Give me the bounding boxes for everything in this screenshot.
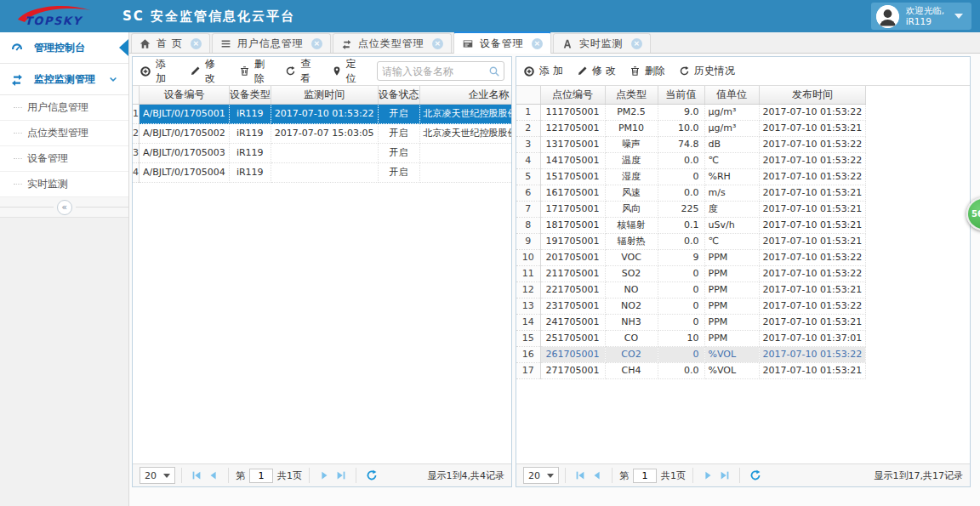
- table-row[interactable]: 1111705001PM2.59.0μg/m³2017-07-10 01:53:…: [516, 104, 866, 120]
- table-cell[interactable]: A/BJLT/0/1705001: [140, 104, 230, 123]
- table-row[interactable]: 4A/BJLT/0/1705004iR119开启: [133, 162, 511, 182]
- column-header[interactable]: 设备状态: [378, 86, 419, 104]
- table-cell[interactable]: 2017-07-10 01:53:22: [759, 104, 866, 120]
- sidebar-item-point-type[interactable]: 点位类型管理: [0, 121, 128, 146]
- table-cell[interactable]: ℃: [704, 233, 759, 249]
- table-cell[interactable]: [419, 162, 511, 182]
- search-icon[interactable]: [488, 65, 500, 77]
- table-cell[interactable]: 9.0: [658, 104, 704, 120]
- view-button[interactable]: 查看: [285, 57, 317, 86]
- table-cell[interactable]: 0.0: [658, 233, 704, 249]
- table-cell[interactable]: 2017-07-10 01:53:21: [759, 281, 866, 298]
- table-cell[interactable]: 核辐射: [605, 217, 658, 233]
- table-cell[interactable]: NO: [605, 281, 658, 298]
- tab-realtime[interactable]: 实时监测 ×: [553, 33, 651, 53]
- tab-close-icon[interactable]: ×: [631, 38, 642, 49]
- column-header[interactable]: 企业名称: [419, 86, 511, 104]
- table-cell[interactable]: 2017-07-10 01:53:22: [759, 152, 866, 168]
- table-cell[interactable]: 0.1: [658, 217, 704, 233]
- page-number-input[interactable]: [249, 469, 273, 483]
- sidebar-section-monitoring[interactable]: 监控监测管理: [0, 64, 128, 95]
- add-button[interactable]: 添 加: [523, 64, 563, 78]
- table-row[interactable]: 5151705001湿度0%RH2017-07-10 01:53:22: [516, 168, 866, 185]
- table-cell[interactable]: [419, 143, 511, 162]
- column-header[interactable]: 当前值: [658, 86, 704, 104]
- table-row[interactable]: 1A/BJLT/0/1705001iR1192017-07-10 01:53:2…: [133, 104, 511, 123]
- table-cell[interactable]: 111705001: [540, 104, 605, 120]
- table-row[interactable]: 17271705001CH40.0%VOL2017-07-10 01:53:21: [516, 362, 866, 378]
- tab-home[interactable]: 首 页 ×: [131, 33, 210, 53]
- table-cell[interactable]: 161705001: [540, 185, 605, 201]
- sidebar-item-realtime[interactable]: 实时监测: [0, 172, 128, 197]
- table-row[interactable]: 16261705001CO20%VOL2017-07-10 01:53:22: [516, 346, 866, 362]
- table-cell[interactable]: 251705001: [540, 330, 605, 346]
- table-cell[interactable]: 0: [658, 298, 704, 314]
- table-cell[interactable]: 2017-07-10 01:53:21: [759, 362, 866, 378]
- tab-close-icon[interactable]: ×: [191, 38, 202, 49]
- next-page-button[interactable]: [702, 469, 714, 481]
- table-cell[interactable]: 湿度: [605, 168, 658, 185]
- column-header[interactable]: 设备编号: [140, 86, 230, 104]
- table-cell[interactable]: 风向: [605, 201, 658, 217]
- table-cell[interactable]: PPM: [704, 281, 759, 298]
- table-cell[interactable]: NO2: [605, 298, 658, 314]
- table-cell[interactable]: 2017-07-07 15:03:05: [271, 123, 378, 143]
- table-cell[interactable]: 2017-07-10 01:53:22: [759, 249, 866, 265]
- table-cell[interactable]: 2017-07-10 01:53:21: [759, 120, 866, 136]
- table-cell[interactable]: 2017-07-10 01:53:21: [759, 217, 866, 233]
- sidebar-item-user-info[interactable]: 用户信息管理: [0, 95, 128, 121]
- table-cell[interactable]: 74.8: [658, 136, 704, 152]
- table-cell[interactable]: 噪声: [605, 136, 658, 152]
- table-row[interactable]: 3A/BJLT/0/1705003iR119开启: [133, 143, 511, 162]
- table-cell[interactable]: 231705001: [540, 298, 605, 314]
- add-button[interactable]: 添 加: [140, 57, 176, 86]
- column-header[interactable]: 值单位: [704, 86, 759, 104]
- table-cell[interactable]: 171705001: [540, 201, 605, 217]
- table-cell[interactable]: %VOL: [704, 362, 759, 378]
- table-cell[interactable]: μg/m³: [704, 120, 759, 136]
- table-cell[interactable]: 辐射热: [605, 233, 658, 249]
- table-cell[interactable]: m/s: [704, 185, 759, 201]
- table-row[interactable]: 2121705001PM1010.0μg/m³2017-07-10 01:53:…: [516, 120, 866, 136]
- table-cell[interactable]: 191705001: [540, 233, 605, 249]
- column-header[interactable]: 发布时间: [759, 86, 866, 104]
- table-cell[interactable]: 2017-07-10 01:53:22: [759, 265, 866, 281]
- delete-button[interactable]: 删除: [630, 64, 665, 78]
- table-cell[interactable]: A/BJLT/0/1705003: [140, 143, 230, 162]
- table-row[interactable]: 9191705001辐射热0.0℃2017-07-10 01:53:21: [516, 233, 866, 249]
- table-cell[interactable]: 2017-07-10 01:53:21: [759, 201, 866, 217]
- table-cell[interactable]: 2017-07-10 01:53:22: [759, 136, 866, 152]
- table-cell[interactable]: dB: [704, 136, 759, 152]
- table-cell[interactable]: NH3: [605, 314, 658, 330]
- table-cell[interactable]: 2017-07-10 01:53:21: [759, 233, 866, 249]
- tab-close-icon[interactable]: ×: [532, 38, 543, 49]
- table-row[interactable]: 4141705001温度0.0℃2017-07-10 01:53:22: [516, 152, 866, 168]
- user-menu[interactable]: 欢迎光临, iR119: [871, 3, 971, 30]
- table-row[interactable]: 15251705001CO10PPM2017-07-10 01:37:01: [516, 330, 866, 346]
- table-cell[interactable]: 2017-07-10 01:53:21: [759, 314, 866, 330]
- table-row[interactable]: 8181705001核辐射0.1uSv/h2017-07-10 01:53:21: [516, 217, 866, 233]
- page-number-input[interactable]: [633, 469, 657, 483]
- sidebar-section-console[interactable]: 管理控制台: [0, 32, 128, 64]
- sidebar-collapse-button[interactable]: «: [57, 200, 72, 215]
- table-cell[interactable]: %VOL: [704, 346, 759, 362]
- table-cell[interactable]: PPM: [704, 265, 759, 281]
- table-cell[interactable]: iR119: [229, 143, 271, 162]
- first-page-button[interactable]: [191, 469, 202, 481]
- page-size-select[interactable]: 20: [140, 467, 175, 484]
- table-cell[interactable]: 121705001: [540, 120, 605, 136]
- table-cell[interactable]: 261705001: [540, 346, 605, 362]
- column-header[interactable]: 监测时间: [271, 86, 378, 104]
- table-cell[interactable]: PM2.5: [605, 104, 658, 120]
- table-row[interactable]: 12221705001NO0PPM2017-07-10 01:53:21: [516, 281, 866, 298]
- table-cell[interactable]: iR119: [229, 104, 271, 123]
- tab-close-icon[interactable]: ×: [432, 38, 443, 49]
- refresh-button[interactable]: [749, 469, 761, 481]
- table-cell[interactable]: 风速: [605, 185, 658, 201]
- table-row[interactable]: 10201705001VOC9PPM2017-07-10 01:53:22: [516, 249, 866, 265]
- last-page-button[interactable]: [719, 469, 731, 481]
- tab-point-type[interactable]: 点位类型管理 ×: [333, 33, 452, 53]
- tab-user-info[interactable]: 用户信息管理 ×: [212, 33, 331, 53]
- table-row[interactable]: 6161705001风速0.0m/s2017-07-10 01:53:21: [516, 185, 866, 201]
- table-cell[interactable]: [271, 162, 378, 182]
